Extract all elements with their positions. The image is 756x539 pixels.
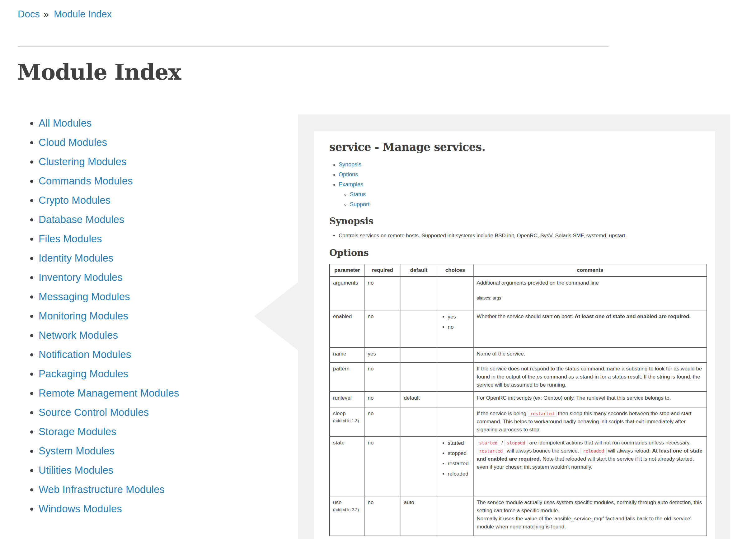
- module-doc-tooltip: service - Manage services. SynopsisOptio…: [298, 115, 730, 539]
- cell-default: [401, 276, 437, 310]
- code-literal: started: [477, 440, 500, 446]
- module-category-link[interactable]: Windows Modules: [39, 503, 122, 514]
- cell-default: auto: [401, 496, 437, 536]
- cell-parameter: name: [330, 347, 364, 362]
- toc-item: Synopsis: [338, 161, 711, 169]
- module-category-link[interactable]: Database Modules: [39, 214, 124, 225]
- cell-choices: [437, 347, 473, 362]
- module-category-link[interactable]: Storage Modules: [39, 426, 116, 437]
- page-title: Module Index: [17, 59, 181, 85]
- cell-parameter: use(added in 2.2): [330, 496, 364, 536]
- options-table-header-default: default: [401, 264, 437, 276]
- module-category-item: Web Infrastructure Modules: [39, 482, 306, 497]
- module-category-link[interactable]: Files Modules: [39, 233, 102, 245]
- cell-comments: Name of the service.: [473, 347, 707, 362]
- cell-comments: Whether the service should start on boot…: [473, 310, 707, 347]
- choice-item: yes: [448, 313, 470, 321]
- parameter-name: use: [333, 499, 361, 506]
- module-category-item: Commands Modules: [39, 174, 306, 188]
- module-category-item: Windows Modules: [39, 501, 306, 516]
- choice-item: stopped: [448, 450, 470, 457]
- module-category-item: Utilities Modules: [39, 463, 306, 477]
- module-doc-toc: SynopsisOptionsExamplesStatusSupport: [329, 161, 711, 208]
- module-category-link[interactable]: Cloud Modules: [39, 136, 107, 148]
- choice-item: reloaded: [448, 470, 470, 478]
- synopsis-heading: Synopsis: [329, 216, 711, 226]
- toc-link[interactable]: Examples: [338, 181, 363, 188]
- options-table-row-pattern: patternnoIf the service does not respond…: [330, 362, 707, 392]
- cell-required: no: [364, 362, 401, 392]
- module-category-item: Source Control Modules: [39, 405, 306, 420]
- module-category-link[interactable]: Notification Modules: [39, 348, 131, 360]
- cell-comments: started / stopped are idempotent actions…: [473, 436, 707, 496]
- module-category-item: Crypto Modules: [39, 193, 306, 207]
- options-heading: Options: [329, 248, 711, 258]
- toc-link[interactable]: Synopsis: [338, 161, 361, 168]
- module-category-item: Database Modules: [39, 212, 306, 227]
- module-category-link[interactable]: Packaging Modules: [39, 368, 128, 379]
- parameter-name: state: [333, 439, 361, 446]
- breadcrumb: Docs»Module Index: [18, 7, 112, 21]
- cell-choices: [437, 362, 473, 392]
- tooltip-arrow-left-icon: [254, 282, 298, 350]
- docs-page: Docs»Module Index Module Index All Modul…: [0, 0, 756, 539]
- options-table-row-name: nameyesName of the service.: [330, 347, 707, 362]
- toc-sublink[interactable]: Status: [350, 191, 366, 197]
- module-category-link[interactable]: Utilities Modules: [39, 464, 113, 476]
- breadcrumb-docs-link[interactable]: Docs: [18, 9, 40, 20]
- module-category-link[interactable]: Source Control Modules: [39, 407, 149, 418]
- code-literal: restarted: [528, 411, 556, 417]
- module-category-item: Files Modules: [39, 231, 306, 246]
- cell-required: no: [364, 310, 401, 347]
- aliases-note: aliases: args: [477, 295, 704, 301]
- cell-choices: [437, 407, 473, 436]
- module-category-item: System Modules: [39, 443, 306, 458]
- breadcrumb-current-link[interactable]: Module Index: [54, 9, 112, 20]
- module-category-link[interactable]: Network Modules: [39, 329, 118, 341]
- options-table-header-row: parameterrequireddefaultchoicescomments: [330, 264, 707, 276]
- options-table-header-choices: choices: [437, 264, 473, 276]
- cell-required: no: [364, 392, 401, 407]
- cell-choices: startedstoppedrestartedreloaded: [437, 436, 473, 496]
- cell-parameter: sleep(added in 1.3): [330, 407, 364, 436]
- module-category-link[interactable]: Monitoring Modules: [39, 310, 128, 322]
- module-category-link[interactable]: Messaging Modules: [39, 291, 130, 302]
- toc-sublink[interactable]: Support: [350, 201, 369, 207]
- options-table-row-enabled: enablednoyesnoWhether the service should…: [330, 310, 707, 347]
- code-literal: stopped: [505, 440, 528, 446]
- code-literal: restarted: [477, 448, 506, 454]
- module-doc-title: service - Manage services.: [329, 141, 711, 153]
- cell-comments: If the service is being restarted then s…: [473, 407, 707, 436]
- toc-link[interactable]: Options: [338, 171, 358, 178]
- choice-item: started: [448, 439, 470, 447]
- cell-choices: [437, 276, 473, 310]
- cell-parameter: enabled: [330, 310, 364, 347]
- cell-required: no: [364, 407, 401, 436]
- module-category-item: Identity Modules: [39, 251, 306, 265]
- module-category-link[interactable]: Remote Management Modules: [39, 387, 179, 399]
- module-category-link[interactable]: Inventory Modules: [39, 271, 123, 283]
- cell-default: [401, 436, 437, 496]
- parameter-name: sleep: [333, 410, 361, 417]
- cell-choices: yesno: [437, 310, 473, 347]
- cell-default: [401, 347, 437, 362]
- parameter-added-in: (added in 1.3): [333, 418, 361, 424]
- breadcrumb-separator: »: [44, 9, 49, 20]
- cell-parameter: runlevel: [330, 392, 364, 407]
- cell-choices: [437, 392, 473, 407]
- cell-parameter: arguments: [330, 276, 364, 310]
- module-category-link[interactable]: Clustering Modules: [39, 156, 126, 167]
- parameter-added-in: (added in 2.2): [333, 507, 361, 512]
- options-table-row-runlevel: runlevelnodefaultFor OpenRC init scripts…: [330, 392, 707, 407]
- module-category-item: Cloud Modules: [39, 135, 306, 150]
- module-category-item: All Modules: [39, 116, 306, 130]
- options-table-header-comments: comments: [473, 264, 707, 276]
- module-category-link[interactable]: All Modules: [39, 117, 92, 129]
- module-category-link[interactable]: System Modules: [39, 445, 115, 457]
- choice-item: no: [448, 324, 470, 331]
- module-category-link[interactable]: Crypto Modules: [39, 194, 111, 206]
- module-category-link[interactable]: Web Infrastructure Modules: [39, 484, 165, 495]
- module-category-item: Packaging Modules: [39, 366, 306, 381]
- module-category-link[interactable]: Identity Modules: [39, 252, 113, 264]
- module-category-link[interactable]: Commands Modules: [39, 175, 133, 187]
